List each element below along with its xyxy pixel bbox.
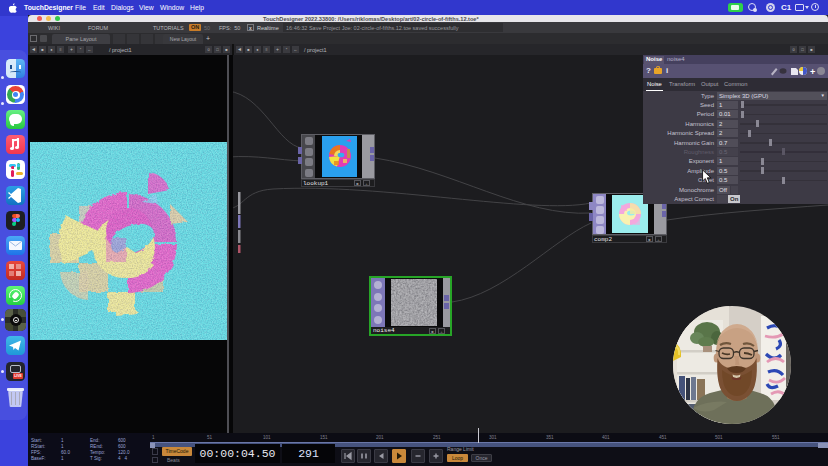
svg-text:+: + <box>810 67 815 77</box>
